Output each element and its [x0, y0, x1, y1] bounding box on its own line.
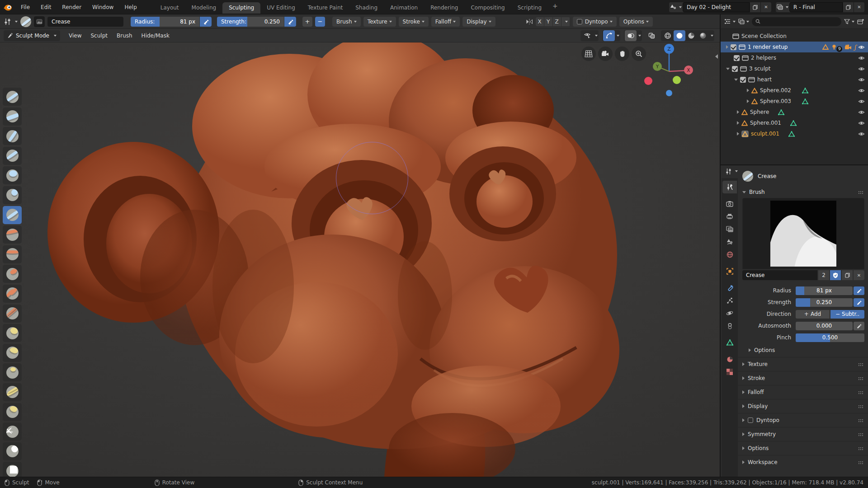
- section-stroke[interactable]: Stroke: [738, 371, 868, 385]
- tool-fill[interactable]: [3, 265, 22, 283]
- outliner-row-heart[interactable]: heart: [721, 74, 868, 85]
- gizmos-toggle[interactable]: [603, 30, 615, 41]
- gizmo-minus-z-axis[interactable]: [666, 90, 672, 96]
- view-layer-icon[interactable]: [776, 2, 789, 12]
- new-collection-button[interactable]: [857, 19, 864, 25]
- outliner-search-input[interactable]: [752, 17, 841, 26]
- tool-inflate[interactable]: [3, 166, 22, 184]
- tool-nudge[interactable]: [3, 383, 22, 401]
- overlays-toggle[interactable]: [625, 30, 637, 41]
- tool-blob[interactable]: [3, 186, 22, 204]
- chevron-down-icon[interactable]: [711, 35, 713, 37]
- collection-checkbox[interactable]: [731, 44, 736, 50]
- brush-panel-header[interactable]: Brush: [742, 186, 864, 198]
- sidebar-toggle-arrow[interactable]: [715, 54, 718, 59]
- scene-icon[interactable]: [669, 2, 683, 12]
- tab-object-data[interactable]: [722, 336, 737, 349]
- tool-simplify[interactable]: [3, 422, 22, 441]
- expand-arrow-icon[interactable]: [747, 99, 749, 103]
- radius-pressure-button[interactable]: [200, 17, 212, 27]
- brush-name-field[interactable]: Crease: [47, 17, 123, 27]
- section-falloff[interactable]: Falloff: [738, 385, 868, 399]
- tool-snake-hook[interactable]: [3, 344, 22, 362]
- options-subpanel-header[interactable]: Options: [742, 343, 864, 357]
- autosmooth-pressure-button[interactable]: [854, 322, 864, 330]
- stroke-popover[interactable]: Stroke: [399, 17, 429, 27]
- tool-draw[interactable]: [3, 88, 22, 106]
- pan-view-button[interactable]: [615, 47, 629, 61]
- menu-file[interactable]: File: [15, 0, 35, 14]
- falloff-popover[interactable]: Falloff: [431, 17, 460, 27]
- eye-icon[interactable]: [858, 88, 865, 94]
- tab-constraints[interactable]: [722, 319, 737, 332]
- tab-compositing[interactable]: Compositing: [464, 2, 511, 14]
- object-visibility-button[interactable]: [581, 30, 593, 41]
- outliner-row-scene-collection[interactable]: Scene Collection: [721, 31, 868, 42]
- add-workspace-button[interactable]: +: [548, 2, 562, 14]
- outliner-row-sphere[interactable]: Sphere: [721, 107, 868, 117]
- menu-window[interactable]: Window: [87, 0, 119, 14]
- strength-value-slider[interactable]: 0.250: [796, 298, 853, 307]
- grid-view-button[interactable]: [581, 47, 596, 61]
- gizmo-minus-y-axis[interactable]: [673, 76, 681, 84]
- tool-crease[interactable]: [3, 206, 22, 224]
- autosmooth-value-slider[interactable]: 0.000: [796, 322, 853, 330]
- tab-uv-editing[interactable]: UV Editing: [260, 2, 302, 14]
- collection-checkbox[interactable]: [734, 55, 740, 61]
- tab-view-layer[interactable]: [722, 223, 737, 235]
- direction-subtract-toggle[interactable]: −: [315, 17, 325, 27]
- display-mode-button[interactable]: [738, 19, 749, 24]
- section-display[interactable]: Display: [738, 399, 868, 413]
- dyntopo-popover[interactable]: Dyntopo: [573, 17, 617, 27]
- duplicate-brush-button[interactable]: [842, 270, 853, 280]
- eye-icon[interactable]: [858, 44, 865, 50]
- menu-edit[interactable]: Edit: [35, 0, 57, 14]
- tool-mask[interactable]: [3, 442, 22, 460]
- tab-rendering[interactable]: Rendering: [424, 2, 464, 14]
- chevron-down-icon[interactable]: [617, 35, 619, 37]
- tab-material[interactable]: [722, 353, 737, 366]
- view-layer-name-field[interactable]: R - Final: [789, 2, 843, 12]
- 3d-viewport[interactable]: Z Y X: [0, 42, 720, 477]
- tab-modifiers[interactable]: [722, 282, 737, 294]
- symmetry-y-toggle[interactable]: Y: [544, 17, 553, 26]
- tab-modeling[interactable]: Modeling: [185, 2, 223, 14]
- eye-icon[interactable]: [858, 66, 865, 72]
- view-layer-close-button[interactable]: ✕: [854, 2, 864, 12]
- texture-slot-button[interactable]: [34, 16, 45, 27]
- mode-dropdown[interactable]: Sculpt Mode: [4, 30, 60, 41]
- shading-solid-button[interactable]: [674, 30, 685, 41]
- chevron-down-icon[interactable]: [595, 35, 598, 37]
- expand-arrow-icon[interactable]: [737, 132, 739, 136]
- tool-pinch[interactable]: [3, 305, 22, 323]
- viewport-menu-brush[interactable]: Brush: [113, 29, 137, 42]
- scene-copy-button[interactable]: [750, 2, 760, 12]
- section-workspace[interactable]: Workspace: [738, 455, 868, 469]
- dyntopo-section-checkbox[interactable]: [748, 418, 753, 423]
- tab-sculpting[interactable]: Sculpting: [222, 2, 260, 14]
- eye-icon[interactable]: [858, 77, 865, 83]
- gizmo-minus-x-axis[interactable]: [644, 77, 652, 85]
- eye-icon[interactable]: [858, 99, 865, 104]
- brush-preview-image[interactable]: [742, 198, 864, 269]
- display-popover[interactable]: Display: [462, 17, 495, 27]
- eye-icon[interactable]: [858, 55, 865, 61]
- tab-texture[interactable]: [722, 366, 737, 378]
- section-texture[interactable]: Texture: [738, 357, 868, 371]
- tool-clay[interactable]: [3, 108, 22, 126]
- radius-slider[interactable]: Radius: 81 px: [131, 17, 199, 27]
- scene-close-button[interactable]: ✕: [760, 2, 771, 12]
- eye-icon[interactable]: [858, 109, 865, 115]
- tab-layout[interactable]: Layout: [154, 2, 185, 14]
- tab-object[interactable]: [722, 265, 737, 277]
- section-symmetry[interactable]: Symmetry: [738, 427, 868, 441]
- tab-animation[interactable]: Animation: [384, 2, 424, 14]
- tool-flatten[interactable]: [3, 245, 22, 263]
- expand-arrow-icon[interactable]: [737, 121, 739, 125]
- tool-clay-strips[interactable]: [3, 127, 22, 145]
- symmetry-x-toggle[interactable]: X: [536, 17, 544, 26]
- tool-scrape[interactable]: [3, 285, 22, 303]
- viewport-menu-view[interactable]: View: [65, 29, 85, 42]
- strength-slider[interactable]: Strength: 0.250: [217, 17, 284, 27]
- tab-render[interactable]: [722, 197, 737, 210]
